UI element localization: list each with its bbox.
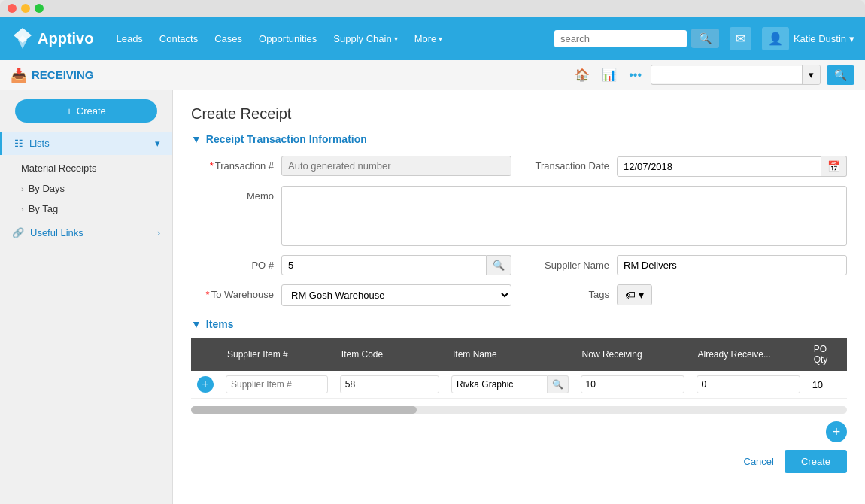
required-star-warehouse: *	[206, 289, 210, 300]
user-dropdown-arrow: ▾	[849, 33, 854, 44]
add-item-button[interactable]: +	[826, 421, 847, 442]
sidebar-item-by-days[interactable]: › By Days	[0, 178, 172, 199]
table-cell-now-receiving	[575, 371, 690, 399]
table-cell-po-qty: 10	[806, 371, 847, 399]
transaction-number-row: *Transaction #	[191, 156, 511, 177]
nav-opportunities[interactable]: Opportunities	[257, 30, 318, 47]
search-input[interactable]	[560, 33, 681, 44]
table-cell-already-received	[690, 371, 806, 399]
create-submit-button[interactable]: Create	[785, 450, 847, 473]
transaction-number-label: *Transaction #	[191, 156, 274, 172]
messages-icon-button[interactable]: ✉	[730, 27, 751, 50]
items-section-header[interactable]: ▼ Items	[191, 318, 847, 330]
contacts-icon-button[interactable]: 👤	[762, 27, 789, 50]
warehouse-select-wrap: RM Gosh Warehouse	[281, 284, 511, 306]
item-name-wrap: 🔍	[451, 375, 569, 393]
cancel-link[interactable]: Cancel	[744, 456, 774, 467]
home-icon-button[interactable]: 🏠	[572, 65, 593, 85]
create-button[interactable]: + Create	[15, 99, 157, 123]
already-received-input[interactable]	[697, 375, 800, 393]
th-supplier-item: Supplier Item #	[220, 338, 334, 371]
nav-contacts[interactable]: Contacts	[158, 30, 199, 47]
main-layout: + Create ☷ Lists ▾ Material Receipts › B…	[0, 90, 865, 504]
logo-text: Apptivo	[38, 30, 93, 47]
transaction-date-row: Transaction Date 📅	[527, 156, 847, 177]
toolbar-search-input[interactable]	[651, 66, 802, 83]
expand-dot[interactable]	[35, 4, 44, 13]
search-button[interactable]: 🔍	[691, 29, 719, 48]
po-row: PO # 🔍	[191, 255, 511, 275]
supplier-name-label: Supplier Name	[527, 255, 609, 271]
items-table-header: Supplier Item # Item Code Item Name Now …	[191, 338, 847, 371]
top-nav: Apptivo Leads Contacts Cases Opportuniti…	[0, 17, 865, 60]
tags-button[interactable]: 🏷 ▾	[617, 284, 652, 305]
section-receipt-label: Receipt Transaction Information	[206, 133, 367, 145]
window-chrome	[0, 0, 865, 17]
table-cell-item-code	[334, 371, 445, 399]
create-label: Create	[77, 105, 106, 117]
create-plus-icon: +	[66, 105, 72, 117]
th-po-qty: PO Qty	[806, 338, 847, 371]
transaction-date-label: Transaction Date	[527, 156, 609, 172]
nav-leads[interactable]: Leads	[114, 30, 144, 47]
receiving-label: 📥 RECEIVING	[11, 67, 94, 83]
table-header-row: Supplier Item # Item Code Item Name Now …	[191, 338, 847, 371]
calendar-icon-button[interactable]: 📅	[821, 156, 847, 177]
supply-chain-arrow: ▾	[394, 35, 398, 43]
tags-dropdown-arrow: ▾	[639, 289, 644, 301]
item-name-search-button[interactable]: 🔍	[548, 375, 569, 393]
second-toolbar: 📥 RECEIVING 🏠 📊 ••• ▾ 🔍	[0, 60, 865, 90]
horizontal-scrollbar[interactable]	[191, 406, 847, 414]
memo-row: Memo	[191, 186, 847, 246]
minimize-dot[interactable]	[21, 4, 30, 13]
sidebar-item-material-receipts[interactable]: Material Receipts	[0, 158, 172, 178]
tags-wrap: 🏷 ▾	[617, 284, 652, 305]
logo-icon	[11, 26, 35, 50]
sidebar-item-useful-links[interactable]: 🔗 Useful Links ›	[0, 222, 172, 244]
nav-supply-chain[interactable]: Supply Chain ▾	[332, 30, 399, 47]
sidebar-item-lists[interactable]: ☷ Lists ▾	[0, 132, 172, 155]
section-receipt-header[interactable]: ▼ Receipt Transaction Information	[191, 133, 847, 145]
toolbar-search-button[interactable]: 🔍	[827, 65, 854, 85]
items-table: Supplier Item # Item Code Item Name Now …	[191, 338, 847, 399]
items-table-body: + 🔍	[191, 371, 847, 399]
add-row-button[interactable]: +	[197, 376, 214, 393]
warehouse-row: *To Warehouse RM Gosh Warehouse	[191, 284, 511, 306]
po-input[interactable]	[281, 255, 487, 275]
nav-cases[interactable]: Cases	[213, 30, 244, 47]
transaction-number-input[interactable]	[281, 156, 511, 176]
user-menu[interactable]: Katie Dustin ▾	[794, 33, 854, 44]
po-label: PO #	[191, 255, 274, 271]
th-item-code: Item Code	[334, 338, 445, 371]
transaction-date-input[interactable]	[617, 156, 821, 177]
toolbar-search-dropdown[interactable]: ▾	[802, 65, 820, 84]
warehouse-select[interactable]: RM Gosh Warehouse	[281, 284, 511, 306]
by-days-label: By Days	[29, 183, 65, 194]
memo-textarea[interactable]	[281, 186, 847, 246]
more-arrow: ▾	[439, 35, 442, 43]
footer-actions: Cancel Create	[191, 450, 847, 473]
tags-label: Tags	[527, 284, 609, 300]
now-receiving-input[interactable]	[581, 375, 684, 393]
warehouse-label: *To Warehouse	[191, 284, 274, 300]
sidebar-item-lists-label: Lists	[29, 138, 149, 149]
th-item-name: Item Name	[445, 338, 575, 371]
more-dots-button[interactable]: •••	[626, 65, 645, 85]
chart-icon-button[interactable]: 📊	[599, 65, 620, 85]
receiving-title: RECEIVING	[32, 68, 94, 81]
close-dot[interactable]	[8, 4, 17, 13]
tag-icon: 🏷	[625, 289, 636, 301]
sidebar-item-by-tag[interactable]: › By Tag	[0, 199, 172, 219]
lists-expand-arrow: ▾	[155, 138, 160, 149]
item-code-input[interactable]	[340, 375, 439, 393]
supplier-item-input[interactable]	[226, 375, 328, 393]
item-name-input[interactable]	[451, 375, 548, 393]
by-tag-label: By Tag	[29, 203, 59, 214]
search-bar: 🔍 ✉ 👤 Katie Dustin ▾	[554, 27, 854, 50]
po-search-button[interactable]: 🔍	[487, 255, 511, 275]
supplier-name-input[interactable]	[617, 255, 847, 275]
table-cell-supplier-item	[220, 371, 334, 399]
sidebar: + Create ☷ Lists ▾ Material Receipts › B…	[0, 90, 173, 504]
nav-more[interactable]: More ▾	[413, 30, 445, 47]
memo-label: Memo	[191, 186, 274, 202]
